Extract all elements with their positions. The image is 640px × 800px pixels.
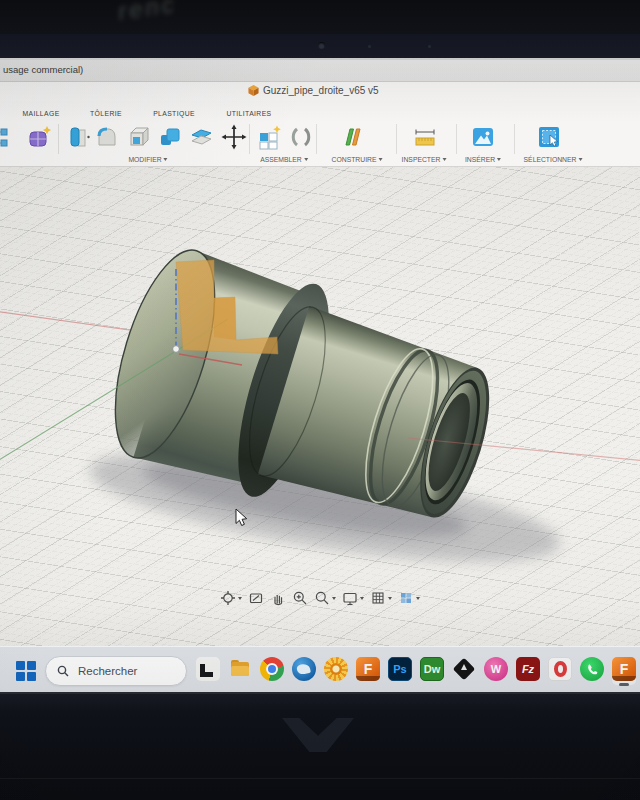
photo-frame: renc usage commercial) Guzzi_pipe_droite… — [0, 0, 640, 800]
select-cursor-icon[interactable] — [536, 124, 562, 150]
laptop-screen: usage commercial) Guzzi_pipe_droite_v65 … — [0, 58, 640, 692]
pan-tool[interactable] — [270, 590, 286, 606]
construct-planes-icon[interactable] — [340, 124, 366, 150]
group-construire[interactable]: CONSTRUIRE — [332, 156, 383, 163]
document-tab-bar: Guzzi_pipe_droite_v65 v5 — [0, 82, 640, 102]
joint-tool-icon[interactable] — [288, 124, 314, 150]
whatsapp-icon[interactable] — [580, 657, 604, 685]
photo-background: renc — [0, 0, 640, 34]
view-navigation-bar — [214, 586, 426, 610]
window-titlebar: usage commercial) — [0, 60, 640, 82]
chevron-down-icon — [497, 158, 501, 161]
ribbon-divider — [316, 124, 317, 154]
chevron-down-icon — [360, 597, 364, 600]
license-text: usage commercial) — [3, 64, 83, 75]
look-at-tool[interactable] — [248, 590, 264, 606]
chevron-down-icon — [378, 158, 382, 161]
group-modifier[interactable]: MODIFIER — [128, 156, 167, 163]
group-selectionner[interactable]: SÉLECTIONNER — [524, 156, 583, 163]
move-tool-icon[interactable] — [221, 124, 247, 150]
tab-utilitaires[interactable]: UTILITAIRES — [226, 110, 271, 117]
measure-ruler-icon[interactable] — [412, 124, 438, 150]
document-tab[interactable]: Guzzi_pipe_droite_v65 v5 — [248, 85, 379, 96]
mesh-generate-icon[interactable] — [27, 124, 53, 150]
thunderbird-icon[interactable] — [292, 657, 316, 685]
split-body-icon[interactable] — [189, 124, 215, 150]
chevron-down-icon — [578, 158, 582, 161]
chevron-down-icon — [416, 597, 420, 600]
taskbar-search[interactable] — [45, 656, 187, 686]
orbit-tool[interactable] — [220, 590, 242, 606]
ribbon-divider — [396, 124, 397, 154]
document-cube-icon — [248, 85, 259, 96]
browser-tree-icon[interactable] — [0, 124, 16, 150]
photoshop-icon[interactable]: Ps — [388, 657, 412, 685]
shell-box-icon[interactable] — [127, 124, 153, 150]
orange-burst-app-icon[interactable] — [324, 657, 348, 685]
chevron-down-icon — [238, 597, 242, 600]
ribbon-divider — [58, 124, 59, 154]
tab-plastique[interactable]: PLASTIQUE — [153, 110, 195, 117]
pipe-model-scene — [0, 167, 640, 692]
document-title: Guzzi_pipe_droite_v65 v5 — [263, 85, 379, 96]
background-handwriting: renc — [116, 0, 178, 26]
wampserver-icon[interactable]: W — [484, 657, 508, 685]
tab-tolerie[interactable]: TÔLERIE — [90, 110, 122, 117]
search-icon — [57, 665, 69, 677]
group-inserer[interactable]: INSÉRER — [465, 156, 501, 163]
zoom-tool[interactable] — [292, 590, 308, 606]
toolbar-ribbon: MAILLAGE TÔLERIE PLASTIQUE UTILITAIRES — [0, 102, 640, 167]
ribbon-divider — [456, 124, 457, 154]
running-indicator — [619, 683, 629, 686]
laptop-deck — [0, 692, 640, 800]
ribbon-divider — [249, 124, 250, 154]
laptop-bezel — [0, 34, 640, 58]
chevron-down-icon — [332, 597, 336, 600]
chrome-icon[interactable] — [260, 657, 284, 685]
group-inspecter[interactable]: INSPECTER — [402, 156, 447, 163]
fit-zoom-tool[interactable] — [314, 590, 336, 606]
start-button[interactable] — [16, 661, 36, 681]
viewport-layout-tool[interactable] — [398, 590, 420, 606]
taskbar-apps: F Ps Dw W Fz F — [196, 657, 636, 685]
chevron-down-icon — [442, 158, 446, 161]
new-component-icon[interactable] — [257, 124, 283, 150]
origin-point[interactable] — [173, 346, 180, 353]
3d-viewport-canvas[interactable] — [0, 167, 640, 692]
insert-image-icon[interactable] — [470, 124, 496, 150]
dreamweaver-icon[interactable]: Dw — [420, 657, 444, 685]
file-explorer-icon[interactable] — [228, 657, 252, 685]
chevron-down-icon — [304, 158, 308, 161]
search-input[interactable] — [76, 664, 171, 678]
opera-icon[interactable] — [548, 657, 572, 685]
laptop-brand-logo — [282, 718, 354, 752]
display-settings-tool[interactable] — [342, 590, 364, 606]
microphone-dot — [368, 45, 371, 48]
ribbon-divider — [514, 124, 515, 154]
grid-settings-tool[interactable] — [370, 590, 392, 606]
filezilla-icon[interactable]: Fz — [516, 657, 540, 685]
sheetmetal-flange-icon[interactable] — [66, 124, 92, 150]
chevron-down-icon — [388, 597, 392, 600]
group-assembler[interactable]: ASSEMBLER — [260, 156, 308, 163]
sensor-dot — [428, 45, 431, 48]
inkscape-icon[interactable] — [452, 657, 476, 685]
fusion-360-active-icon[interactable]: F — [612, 657, 636, 685]
phone-glyph — [585, 662, 599, 676]
chevron-down-icon — [164, 158, 168, 161]
windows-taskbar: F Ps Dw W Fz F — [0, 646, 640, 692]
app-icon-dark-l[interactable] — [196, 657, 220, 685]
sheetmetal-bend-icon[interactable] — [94, 124, 120, 150]
combine-bodies-icon[interactable] — [158, 124, 184, 150]
webcam — [318, 42, 325, 49]
tab-maillage[interactable]: MAILLAGE — [22, 110, 59, 117]
fusion-360-icon[interactable]: F — [356, 657, 380, 685]
